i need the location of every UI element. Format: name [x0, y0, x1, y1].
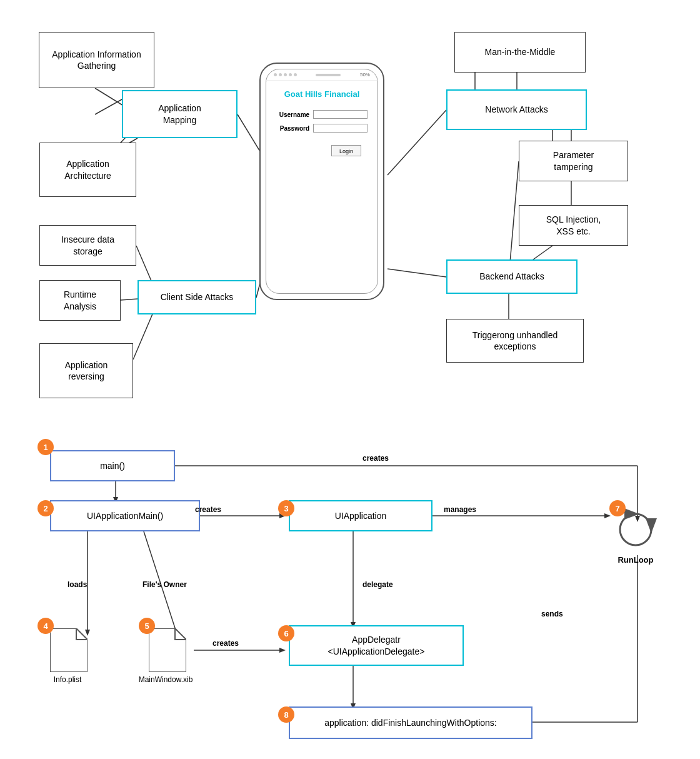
circle-4: 4 — [38, 618, 54, 634]
svg-marker-26 — [604, 513, 611, 518]
circle-6: 6 — [278, 625, 294, 641]
runtime-label: RuntimeAnalysis — [64, 289, 96, 311]
app-reversing-box: Applicationreversing — [39, 343, 133, 398]
sql-xss-box: SQL Injection,XSS etc. — [519, 205, 628, 246]
client-attacks-box: Client Side Attacks — [138, 280, 256, 314]
circle-3: 3 — [278, 500, 294, 516]
network-attacks-label: Network Attacks — [485, 104, 548, 115]
loads-label: loads — [68, 580, 87, 589]
sql-xss-label: SQL Injection,XSS etc. — [546, 214, 601, 236]
svg-line-17 — [388, 269, 446, 277]
app-mapping-box: ApplicationMapping — [122, 90, 238, 138]
runtime-box: RuntimeAnalysis — [39, 280, 121, 321]
app-delegate-label: AppDelegatr<UIApplicationDelegate> — [328, 634, 425, 656]
client-attacks-label: Client Side Attacks — [161, 291, 234, 303]
manages-label: manages — [444, 505, 476, 514]
uiapplication-label: UIApplication — [335, 510, 387, 521]
creates-label-2: creates — [195, 505, 221, 514]
mainwindow-xib-icon — [149, 628, 186, 672]
files-owner-label: File's Owner — [142, 580, 187, 589]
circle-8: 8 — [278, 706, 294, 723]
phone-content: Goat Hills Financial Username Password L… — [266, 81, 378, 165]
uiapplicationmain-label: UIApplicationMain() — [87, 510, 163, 521]
app-arch-box: ApplicationArchitecture — [39, 143, 136, 197]
creates-label-5-6: creates — [212, 639, 239, 648]
app-mapping-label: ApplicationMapping — [158, 103, 201, 125]
trigger-except-box: Triggerong unhandledexceptions — [446, 319, 584, 363]
svg-marker-32 — [279, 648, 286, 653]
info-plist-label: Info.plist — [42, 675, 92, 684]
param-tamper-box: Parametertampering — [519, 141, 628, 181]
man-middle-box: Man-in-the-Middle — [454, 32, 586, 73]
app-delegate-box: AppDelegatr<UIApplicationDelegate> — [289, 625, 464, 666]
uiapplication-box: UIApplication — [289, 500, 432, 531]
main-box: main() — [50, 450, 175, 481]
insecure-data-label: Insecure datastorage — [61, 234, 114, 256]
man-middle-label: Man-in-the-Middle — [485, 46, 556, 58]
insecure-data-box: Insecure datastorage — [39, 225, 136, 266]
phone-screen: 50% Goat Hills Financial Username Passwo… — [266, 69, 378, 294]
password-input[interactable] — [313, 124, 368, 133]
param-tamper-label: Parametertampering — [553, 149, 594, 172]
phone-dots — [274, 73, 297, 76]
circle-1: 1 — [38, 439, 54, 455]
backend-attacks-label: Backend Attacks — [479, 271, 544, 282]
phone-speaker — [316, 74, 341, 76]
delegate-label: delegate — [362, 580, 393, 589]
network-attacks-box: Network Attacks — [446, 89, 587, 130]
sends-label: sends — [541, 610, 563, 618]
uiapplicationmain-box: UIApplicationMain() — [50, 500, 200, 531]
username-input[interactable] — [313, 110, 368, 119]
svg-marker-40 — [50, 628, 88, 672]
main-label: main() — [100, 460, 125, 471]
did-finish-label: application: didFinishLaunchingWithOptio… — [324, 717, 497, 728]
phone-title: Goat Hills Financial — [276, 89, 368, 99]
app-info-label: Application Information Gathering — [46, 49, 148, 71]
diagram-container: Application Information Gathering Applic… — [0, 0, 700, 759]
phone-mockup: 50% Goat Hills Financial Username Passwo… — [259, 63, 384, 300]
phone-top-bar: 50% — [266, 69, 378, 81]
phone-battery: 50% — [360, 72, 370, 78]
info-plist-icon — [50, 628, 88, 672]
circle-7: 7 — [609, 500, 626, 516]
mainwindow-xib-label: MainWindow.xib — [131, 675, 200, 684]
circle-2: 2 — [38, 500, 54, 516]
trigger-except-label: Triggerong unhandledexceptions — [472, 329, 558, 352]
circle-5: 5 — [139, 618, 155, 634]
phone-username-row: Username — [276, 110, 368, 119]
app-info-box: Application Information Gathering — [39, 32, 154, 88]
creates-label-top: creates — [362, 454, 389, 463]
did-finish-box: application: didFinishLaunchingWithOptio… — [289, 706, 532, 739]
login-button[interactable]: Login — [331, 145, 361, 156]
phone-password-row: Password — [276, 124, 368, 133]
svg-line-16 — [388, 110, 446, 175]
password-label: Password — [276, 125, 309, 132]
runloop-label: RunLoop — [611, 555, 660, 565]
svg-marker-41 — [149, 628, 186, 672]
app-reversing-label: Applicationreversing — [65, 359, 108, 382]
svg-line-6 — [133, 308, 155, 359]
app-arch-label: ApplicationArchitecture — [64, 158, 111, 181]
username-label: Username — [276, 111, 309, 118]
backend-attacks-box: Backend Attacks — [446, 259, 578, 294]
